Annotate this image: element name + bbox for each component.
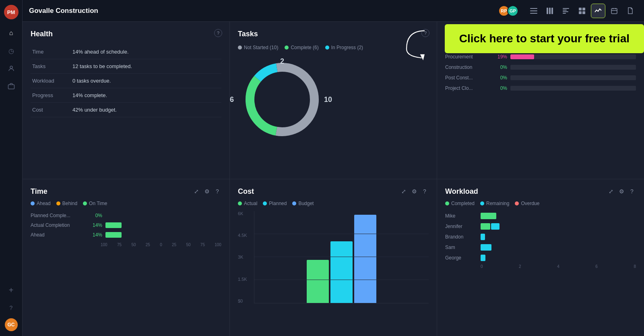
- wl-bar-remaining: [481, 234, 485, 240]
- workload-row-label: Mike: [445, 213, 477, 219]
- workload-row-label: Sam: [445, 245, 477, 250]
- sidebar: PM ⌂ ◷ + ? GC: [0, 0, 23, 336]
- header: Govalle Construction RP GP: [23, 0, 644, 22]
- health-row: Time14% ahead of schedule.: [31, 45, 221, 59]
- workload-legend-dot: [445, 201, 449, 205]
- tool-file[interactable]: [623, 4, 638, 18]
- time-legend-item: Behind: [56, 201, 77, 206]
- tool-columns[interactable]: [543, 4, 557, 18]
- cost-legend-item: Planned: [263, 201, 287, 206]
- cost-bar-budget: [354, 215, 376, 303]
- time-legend-item: Ahead: [31, 201, 51, 206]
- workload-bar-area: [481, 234, 636, 240]
- dashboard-grid: Health ? Time14% ahead of schedule.Tasks…: [23, 22, 644, 336]
- cost-legend: ActualPlannedBudget: [238, 201, 429, 206]
- workload-title: Workload: [445, 187, 478, 196]
- donut-label-top: 2: [280, 57, 284, 66]
- workload-row: George: [445, 255, 636, 261]
- sidebar-item-people[interactable]: [4, 61, 19, 76]
- time-legend-dot: [83, 201, 87, 205]
- tool-gantt[interactable]: [559, 4, 573, 18]
- svg-rect-8: [563, 8, 569, 9]
- workload-settings-icon[interactable]: ⚙: [617, 187, 625, 195]
- donut-svg: [242, 59, 322, 140]
- donut-label-right: 10: [324, 95, 332, 104]
- cta-box[interactable]: Click here to start your free trial: [445, 24, 644, 53]
- user-avatar[interactable]: GC: [5, 318, 18, 331]
- sidebar-item-briefcase[interactable]: [4, 79, 19, 93]
- page-title: Govalle Construction: [29, 7, 98, 15]
- wl-bar-completed: [481, 223, 490, 230]
- time-expand-icon[interactable]: ⤢: [192, 187, 200, 195]
- wl-bar-remaining: [481, 255, 485, 261]
- time-x-axis: 100 75 50 25 0 25 50 75 100: [31, 243, 221, 247]
- workload-legend-dot: [480, 201, 484, 205]
- cost-legend-dot: [238, 201, 242, 205]
- tasks-legend-item: Complete (6): [285, 45, 318, 50]
- main-content: Govalle Construction RP GP: [23, 0, 644, 336]
- donut-label-left: 6: [230, 95, 234, 104]
- cost-chart: 6K 4.5K 3K 1.5K $0: [238, 211, 429, 312]
- health-row: Tasks12 tasks to be completed.: [31, 59, 221, 74]
- legend-dot: [238, 46, 242, 50]
- sidebar-item-help[interactable]: ?: [4, 301, 19, 315]
- time-legend: AheadBehindOn Time: [31, 201, 221, 206]
- time-row-value: 14%: [86, 222, 102, 228]
- workload-legend-item: Overdue: [515, 201, 539, 206]
- workload-row: Sam: [445, 244, 636, 251]
- time-settings-icon[interactable]: ⚙: [203, 187, 211, 195]
- app-container: PM ⌂ ◷ + ? GC Govalle Construction RP GP: [0, 0, 644, 336]
- time-icons: ⤢ ⚙ ?: [192, 187, 221, 195]
- health-row: Workload0 tasks overdue.: [31, 74, 221, 88]
- legend-dot: [285, 46, 289, 50]
- cost-title: Cost: [238, 187, 254, 196]
- health-help-icon[interactable]: ?: [214, 29, 222, 37]
- workload-help-icon[interactable]: ?: [628, 187, 636, 195]
- wl-bar-completed: [481, 213, 496, 219]
- time-rows: Planned Comple... 0% Actual Completion 1…: [31, 213, 221, 238]
- arrow-icon: [400, 24, 449, 64]
- cost-bars-container: [254, 211, 429, 304]
- time-row-bar-wrap: [105, 213, 221, 218]
- tool-calendar[interactable]: [607, 4, 621, 18]
- task-bar-label: Project Clo...: [445, 85, 489, 91]
- workload-legend-item: Remaining: [480, 201, 509, 206]
- tool-chart[interactable]: [591, 4, 605, 18]
- sidebar-item-clock[interactable]: ◷: [4, 44, 19, 58]
- svg-rect-14: [579, 11, 582, 14]
- workload-expand-icon[interactable]: ⤢: [607, 187, 615, 195]
- time-row-bar-wrap: [105, 222, 221, 228]
- sidebar-item-add[interactable]: +: [4, 283, 19, 297]
- avatar-2: GP: [507, 5, 518, 17]
- workload-row-label: George: [445, 255, 477, 261]
- svg-rect-7: [551, 8, 553, 14]
- health-row: Cost42% under budget.: [31, 103, 221, 117]
- cost-legend-item: Actual: [238, 201, 257, 206]
- time-title: Time: [31, 187, 47, 196]
- workload-x-axis: 0 2 4 6 8: [445, 264, 636, 269]
- workload-row-label: Jennifer: [445, 224, 477, 229]
- health-panel: Health ? Time14% ahead of schedule.Tasks…: [23, 22, 229, 179]
- cost-bar-planned: [330, 241, 353, 303]
- time-help-icon[interactable]: ?: [213, 187, 221, 195]
- cost-icons: ⤢ ⚙ ?: [400, 187, 429, 195]
- task-bar-row: Post Const... 0%: [445, 75, 636, 81]
- task-bar-pct: 0%: [493, 75, 507, 81]
- workload-row: Mike: [445, 213, 636, 219]
- cta-arrow: [400, 24, 449, 66]
- tool-table[interactable]: [575, 4, 589, 18]
- header-avatars: RP GP: [498, 5, 518, 17]
- donut-chart: 6 2: [238, 55, 326, 144]
- cost-y-labels: 6K 4.5K 3K 1.5K $0: [238, 211, 252, 304]
- app-logo[interactable]: PM: [4, 5, 19, 19]
- cost-expand-icon[interactable]: ⤢: [400, 187, 408, 195]
- workload-legend: CompletedRemainingOverdue: [445, 201, 636, 206]
- cost-settings-icon[interactable]: ⚙: [410, 187, 418, 195]
- cost-legend-item: Budget: [292, 201, 314, 206]
- svg-rect-5: [547, 8, 548, 14]
- svg-rect-4: [530, 13, 537, 14]
- sidebar-item-home[interactable]: ⌂: [4, 26, 19, 40]
- cost-help-icon[interactable]: ?: [421, 187, 429, 195]
- time-legend-item: On Time: [83, 201, 107, 206]
- tool-list[interactable]: [526, 4, 541, 18]
